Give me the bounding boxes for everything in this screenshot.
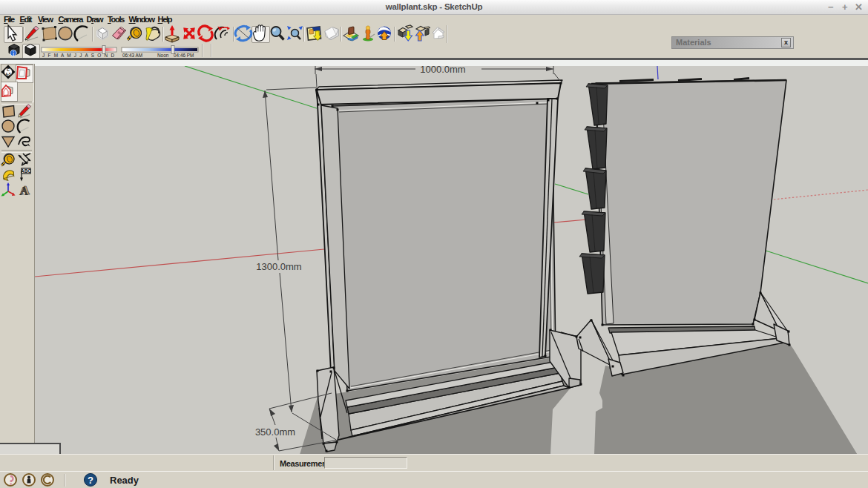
svg-text:Noon: Noon <box>157 53 169 58</box>
svg-text:ABC: ABC <box>21 168 31 174</box>
svg-text:350.0mm: 350.0mm <box>255 426 295 438</box>
svg-text:1000.0mm: 1000.0mm <box>420 66 465 75</box>
svg-text:J F M A M J J A S O N D: J F M A M J J A S O N D <box>42 53 114 58</box>
svg-text:1300.0mm: 1300.0mm <box>256 261 301 272</box>
svg-text:A: A <box>21 183 30 197</box>
svg-text:04:46 PM: 04:46 PM <box>174 53 194 58</box>
svg-text:?: ? <box>88 475 93 486</box>
svg-text:A-S: A-S <box>5 73 11 76</box>
svg-text:06:43 AM: 06:43 AM <box>122 53 142 58</box>
svg-text:C: C <box>7 67 10 72</box>
